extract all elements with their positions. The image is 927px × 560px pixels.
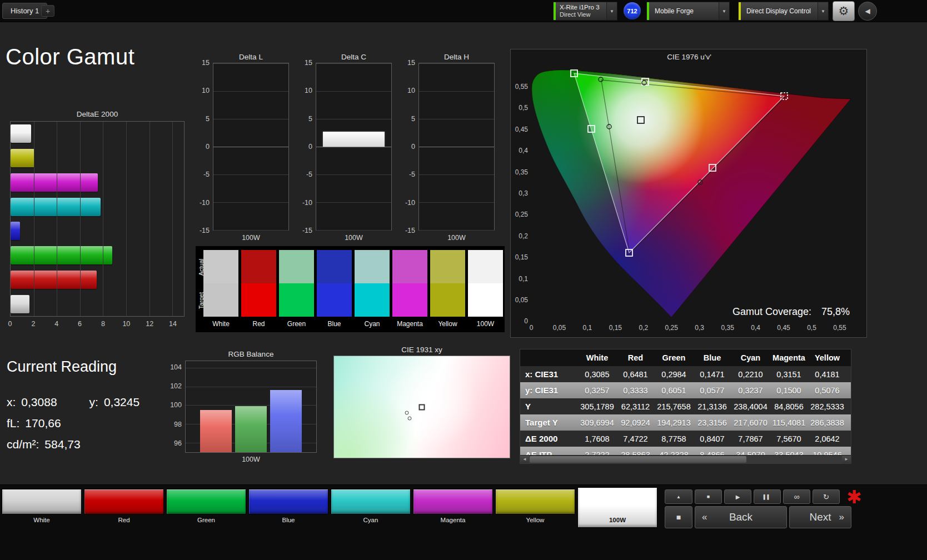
- pause-icon: ▌▌: [764, 494, 771, 499]
- patch-button-100w[interactable]: 100W: [577, 487, 657, 526]
- back-button[interactable]: « Back: [695, 506, 787, 528]
- back-label: Back: [729, 511, 752, 523]
- table-cell: 1,7608: [578, 434, 616, 443]
- reading-fl-value: 170,66: [25, 417, 61, 430]
- swatch-label: Blue: [317, 320, 352, 328]
- cie1931-marker-square: [419, 404, 425, 410]
- patch-label: 100W: [577, 517, 657, 523]
- refresh-button[interactable]: ↻: [813, 489, 840, 504]
- rgb-bar-red: [200, 410, 232, 452]
- deltae-bars: [11, 122, 184, 316]
- gridline: [213, 174, 288, 175]
- swatch-actual: [317, 250, 352, 283]
- add-tab-button[interactable]: +: [41, 5, 54, 17]
- scrollbar-thumb[interactable]: [530, 456, 746, 463]
- up-button[interactable]: ▲: [665, 489, 692, 504]
- delta-ytick: -10: [190, 199, 210, 207]
- table-cell: 0: [846, 370, 851, 379]
- scroll-right-button[interactable]: ►: [842, 456, 851, 463]
- page-title: Color Gamut: [6, 44, 134, 69]
- settings-button[interactable]: ⚙: [833, 1, 855, 21]
- rgb-ytick: 104: [165, 363, 182, 371]
- delta-ytick: -15: [292, 227, 312, 234]
- pattern-window-button[interactable]: ■: [665, 506, 692, 528]
- display-control-name: Direct Display Control: [741, 2, 818, 20]
- gamut-coverage-value: 75,8%: [821, 306, 850, 318]
- table-header-cell: Green: [655, 353, 693, 362]
- play-button[interactable]: ▶: [724, 489, 751, 504]
- delta-plot-2: [418, 63, 495, 231]
- table-header-row: WhiteRedGreenBlueCyanMagentaYellow1: [520, 349, 851, 366]
- patch-button-magenta[interactable]: Magenta: [413, 489, 493, 528]
- patch-button-white[interactable]: White: [2, 489, 82, 528]
- chevron-down-icon[interactable]: ▼: [719, 2, 729, 20]
- delta-l-footer: 100W: [213, 234, 289, 242]
- meter-dropdown[interactable]: X-Rite i1Pro 3 Direct View ▼: [553, 2, 617, 21]
- patch-button-red[interactable]: Red: [84, 489, 164, 528]
- table-cell: 0,0577: [693, 386, 731, 395]
- chevron-down-icon[interactable]: ▼: [606, 2, 617, 20]
- cie1976-ytick: 0,3: [511, 189, 528, 197]
- swatch-label: Cyan: [355, 320, 390, 328]
- rgb-ytick: 96: [165, 439, 182, 447]
- gridline: [34, 122, 34, 316]
- swatch-target: [355, 283, 390, 317]
- table-cell: 0,1500: [770, 386, 808, 395]
- cie1976-xtick: 0,55: [833, 324, 846, 332]
- table-cell: 0,4181: [808, 370, 846, 379]
- table-scrollbar[interactable]: ◄ ►: [520, 455, 851, 463]
- swatch-target: [430, 283, 465, 317]
- display-control-dropdown[interactable]: Direct Display Control ▼: [738, 2, 829, 21]
- next-button[interactable]: Next »: [789, 506, 851, 528]
- tray-toggle-button[interactable]: ◀: [858, 2, 877, 21]
- swatch-column-yellow: Yellow: [430, 250, 465, 328]
- patch-button-green[interactable]: Green: [166, 489, 246, 528]
- source-dropdown[interactable]: Mobile Forge ▼: [646, 2, 730, 21]
- deltae-xtick: 14: [169, 320, 177, 328]
- rgb-ytick: 100: [165, 401, 182, 409]
- swatch-target: [468, 283, 503, 317]
- continuous-measure-button[interactable]: ∞: [783, 489, 810, 504]
- cie1976-xtick: 0,35: [721, 324, 734, 332]
- gamut-coverage-label: Gamut Coverage:: [732, 306, 811, 318]
- gridline: [213, 230, 288, 231]
- table-cell: 0,5076: [808, 386, 846, 395]
- chevron-down-icon[interactable]: ▼: [818, 2, 828, 20]
- back-arrow-icon: «: [702, 512, 707, 523]
- delta-ytick: 10: [292, 87, 312, 94]
- pause-button[interactable]: ▌▌: [754, 489, 781, 504]
- cie1931-marker-circle: [407, 416, 411, 420]
- delta-ytick: 15: [395, 59, 415, 67]
- cie1976-ytick: 0,25: [511, 211, 528, 218]
- deltae-xtick: 4: [54, 320, 58, 328]
- delta-ylabels-0: 151050-5-10-15: [190, 63, 210, 231]
- top-bar: History 1 + X-Rite i1Pro 3 Direct View ▼…: [0, 0, 927, 22]
- gridline: [103, 122, 103, 316]
- patch-button-cyan[interactable]: Cyan: [331, 489, 411, 528]
- rgb-balance-title: RGB Balance: [185, 350, 317, 358]
- deltae-bar-yellow: [11, 149, 34, 167]
- bottom-swatch-bar: WhiteRedGreenBlueCyanMagentaYellow100W: [2, 489, 657, 528]
- gridline: [419, 147, 494, 147]
- gridline: [316, 230, 391, 231]
- patch-button-blue[interactable]: Blue: [248, 489, 328, 528]
- swatch-actual: [203, 250, 238, 283]
- deltae-xtick: 12: [146, 320, 153, 328]
- scroll-left-button[interactable]: ◄: [520, 456, 529, 463]
- table-row-label: Y: [520, 402, 578, 411]
- up-arrow-icon: ▲: [676, 494, 681, 499]
- deltae-bar-cyan: [11, 198, 101, 216]
- patch-color: [331, 489, 411, 514]
- source-name: Mobile Forge: [649, 2, 719, 20]
- rgb-ylabels: 1041021009896: [165, 361, 182, 453]
- delta-plot-1: [316, 63, 392, 231]
- gear-icon: ⚙: [839, 4, 849, 18]
- swatch-actual: [468, 250, 503, 283]
- patch-label: Magenta: [413, 517, 493, 523]
- table-cell: 7,5670: [770, 434, 808, 443]
- stop-button[interactable]: ■: [695, 489, 722, 504]
- cie1976-xtick: 0: [530, 324, 534, 332]
- gridline: [213, 202, 288, 203]
- patch-button-yellow[interactable]: Yellow: [495, 489, 575, 528]
- patch-label: Cyan: [331, 517, 411, 523]
